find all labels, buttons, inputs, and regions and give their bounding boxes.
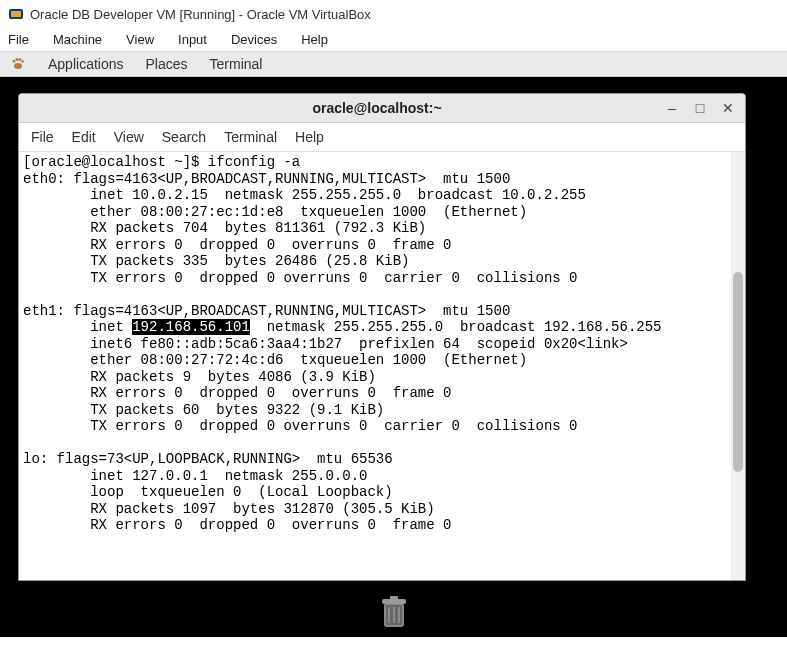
terminal-body[interactable]: [oracle@localhost ~]$ ifconfig -a eth0: … — [19, 152, 745, 580]
eth1-inet-pre: inet — [23, 319, 132, 335]
gnome-terminal-menu[interactable]: Terminal — [210, 56, 263, 72]
foot-icon[interactable] — [10, 56, 26, 72]
vbox-menu-file[interactable]: File — [8, 32, 29, 47]
terminal-menubar: File Edit View Search Terminal Help — [19, 123, 745, 152]
gnome-places[interactable]: Places — [146, 56, 188, 72]
eth1-rx-errors: RX errors 0 dropped 0 overruns 0 frame 0 — [23, 385, 451, 401]
term-menu-edit[interactable]: Edit — [72, 129, 96, 145]
lo-loop: loop txqueuelen 0 (Local Loopback) — [23, 484, 393, 500]
eth1-header: eth1: flags=4163<UP,BROADCAST,RUNNING,MU… — [23, 303, 510, 319]
eth1-inet-post: netmask 255.255.255.0 broadcast 192.168.… — [250, 319, 662, 335]
close-button[interactable]: ✕ — [721, 100, 735, 116]
term-menu-file[interactable]: File — [31, 129, 54, 145]
terminal-title: oracle@localhost:~ — [89, 100, 665, 116]
vbox-menu-view[interactable]: View — [126, 32, 154, 47]
lo-rx-packets: RX packets 1097 bytes 312870 (305.5 KiB) — [23, 501, 435, 517]
svg-point-2 — [14, 63, 22, 69]
vbox-menubar: File Machine View Input Devices Help — [0, 28, 787, 52]
term-menu-help[interactable]: Help — [295, 129, 324, 145]
svg-point-5 — [19, 58, 22, 61]
terminal-window: oracle@localhost:~ – □ ✕ File Edit View … — [18, 93, 746, 581]
maximize-button[interactable]: □ — [693, 100, 707, 116]
gnome-applications[interactable]: Applications — [48, 56, 124, 72]
terminal-titlebar[interactable]: oracle@localhost:~ – □ ✕ — [19, 94, 745, 123]
eth1-ether: ether 08:00:27:72:4c:d6 txqueuelen 1000 … — [23, 352, 527, 368]
eth0-ether: ether 08:00:27:ec:1d:e8 txqueuelen 1000 … — [23, 204, 527, 220]
lo-inet: inet 127.0.0.1 netmask 255.0.0.0 — [23, 468, 367, 484]
eth0-rx-packets: RX packets 704 bytes 811361 (792.3 KiB) — [23, 220, 426, 236]
shell-command: ifconfig -a — [208, 154, 300, 170]
eth0-header: eth0: flags=4163<UP,BROADCAST,RUNNING,MU… — [23, 171, 510, 187]
vbox-menu-input[interactable]: Input — [178, 32, 207, 47]
svg-rect-1 — [11, 11, 21, 17]
scrollbar[interactable] — [731, 152, 745, 580]
svg-point-4 — [16, 58, 19, 61]
eth1-inet6: inet6 fe80::adb:5ca6:3aa4:1b27 prefixlen… — [23, 336, 628, 352]
eth1-tx-packets: TX packets 60 bytes 9322 (9.1 KiB) — [23, 402, 384, 418]
shell-prompt: [oracle@localhost ~]$ — [23, 154, 208, 170]
vbox-titlebar: Oracle DB Developer VM [Running] - Oracl… — [0, 0, 787, 28]
vbox-menu-help[interactable]: Help — [301, 32, 328, 47]
svg-point-6 — [21, 60, 24, 63]
eth1-ip-highlight: 192.168.56.101 — [132, 319, 250, 335]
svg-rect-13 — [390, 596, 398, 600]
lo-header: lo: flags=73<UP,LOOPBACK,RUNNING> mtu 65… — [23, 451, 393, 467]
eth1-tx-errors: TX errors 0 dropped 0 overruns 0 carrier… — [23, 418, 578, 434]
virtualbox-icon — [8, 6, 24, 22]
vbox-menu-machine[interactable]: Machine — [53, 32, 102, 47]
term-menu-search[interactable]: Search — [162, 129, 206, 145]
term-menu-terminal[interactable]: Terminal — [224, 129, 277, 145]
eth1-rx-packets: RX packets 9 bytes 4086 (3.9 KiB) — [23, 369, 376, 385]
eth0-tx-packets: TX packets 335 bytes 26486 (25.8 KiB) — [23, 253, 409, 269]
vbox-title: Oracle DB Developer VM [Running] - Oracl… — [30, 7, 371, 22]
vm-desktop: oracle@localhost:~ – □ ✕ File Edit View … — [0, 77, 787, 637]
eth0-rx-errors: RX errors 0 dropped 0 overruns 0 frame 0 — [23, 237, 451, 253]
eth0-inet: inet 10.0.2.15 netmask 255.255.255.0 bro… — [23, 187, 586, 203]
vbox-menu-devices[interactable]: Devices — [231, 32, 277, 47]
gnome-panel: Applications Places Terminal — [0, 52, 787, 77]
term-menu-view[interactable]: View — [114, 129, 144, 145]
eth0-tx-errors: TX errors 0 dropped 0 overruns 0 carrier… — [23, 270, 578, 286]
trash-icon[interactable] — [374, 591, 414, 631]
scrollbar-thumb[interactable] — [733, 272, 743, 472]
lo-rx-errors: RX errors 0 dropped 0 overruns 0 frame 0 — [23, 517, 451, 533]
svg-point-3 — [13, 60, 16, 63]
minimize-button[interactable]: – — [665, 100, 679, 116]
